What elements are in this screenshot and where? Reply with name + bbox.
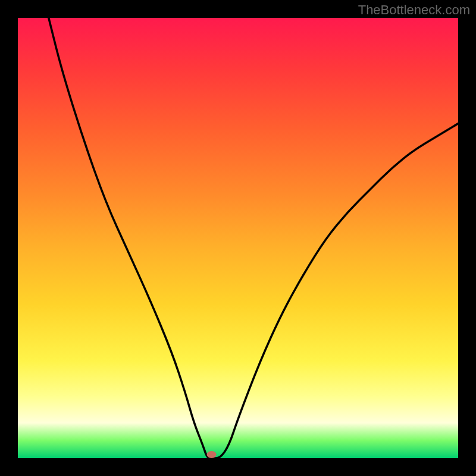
bottleneck-curve [49,18,458,458]
chart-svg [18,18,458,458]
optimal-point-marker [207,451,217,458]
watermark-text: TheBottleneck.com [358,2,470,18]
plot-area [18,18,458,458]
chart-frame: TheBottleneck.com [0,0,476,476]
